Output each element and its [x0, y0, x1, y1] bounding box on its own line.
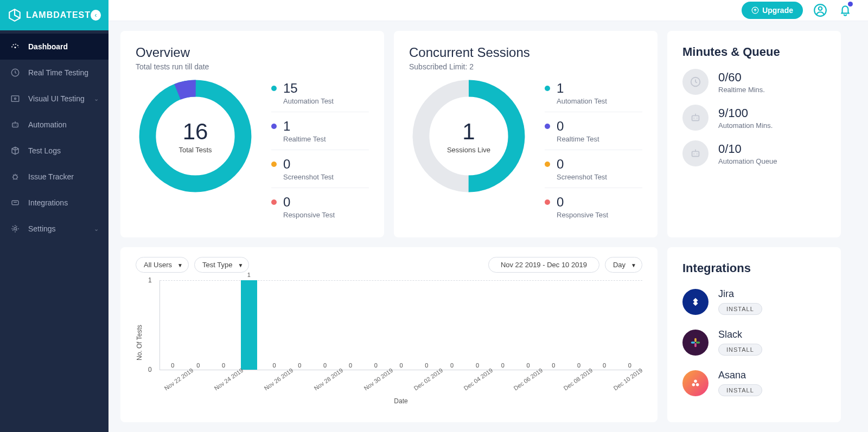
brand-logo[interactable]: LAMBDATEST: [8, 8, 91, 22]
concurrent-card: Concurrent Sessions Subscribed Limit: 2 …: [394, 31, 658, 237]
stat-dot: [271, 199, 277, 205]
stat-label: Automation Test: [557, 97, 642, 105]
mq-value: 9/100: [718, 106, 773, 120]
chart-bar-column: 1: [236, 280, 261, 370]
collapse-sidebar-button[interactable]: ‹: [91, 10, 101, 21]
filter-test-type-select[interactable]: Test Type▼: [194, 257, 249, 273]
stat-item: 1Automation Test: [545, 78, 642, 112]
install-button[interactable]: INSTALL: [718, 303, 762, 315]
svg-rect-4: [12, 123, 18, 127]
notifications-button[interactable]: [838, 3, 853, 18]
svg-point-12: [819, 7, 822, 11]
sidebar-item-integrations[interactable]: Integrations: [0, 190, 108, 216]
svg-point-19: [693, 118, 694, 119]
concurrent-title: Concurrent Sessions: [409, 45, 642, 60]
stat-value: 0: [557, 195, 564, 210]
minutes-queue-item: 0/60Realtime Mins.: [682, 69, 826, 95]
chart-bar: 1: [241, 280, 257, 370]
mq-value: 0/10: [718, 142, 777, 156]
sidebar-item-label: Settings: [28, 224, 56, 233]
stat-value: 0: [557, 119, 564, 134]
robot-icon: [10, 119, 21, 130]
svg-point-9: [14, 228, 17, 230]
stat-label: Screenshot Test: [557, 173, 642, 181]
chevron-down-icon: ▼: [631, 262, 636, 268]
sidebar-item-label: Dashboard: [28, 42, 68, 51]
concurrent-value: 1: [462, 119, 475, 145]
stat-item: 0Screenshot Test: [271, 153, 369, 188]
robot-icon: [682, 105, 709, 131]
sidebar-item-label: Test Logs: [28, 146, 61, 155]
chevron-down-icon: ⌄: [94, 95, 99, 102]
main: Upgrade Overview Total tests run till da…: [108, 0, 868, 432]
bar-value-label: 0: [603, 362, 606, 369]
chart-bar-column: 0: [160, 280, 186, 370]
granularity-select[interactable]: Day▼: [605, 257, 642, 273]
clock-icon: [682, 69, 709, 95]
svg-point-28: [694, 379, 697, 383]
chart-bar-column: 0: [490, 280, 515, 370]
profile-button[interactable]: [813, 3, 828, 18]
bar-value-label: 0: [400, 362, 403, 369]
chart-bar-column: 0: [617, 280, 642, 370]
integration-name: Jira: [718, 288, 762, 300]
svg-point-3: [15, 98, 16, 100]
upgrade-label: Upgrade: [762, 6, 793, 15]
chart-ytick: 0: [148, 366, 152, 373]
sidebar-item-label: Automation: [28, 120, 67, 129]
chart-ylabel: No. Of Tests: [136, 280, 143, 405]
sidebar-item-issue-tracker[interactable]: Issue Tracker: [0, 164, 108, 190]
date-range-label: Nov 22 2019 - Dec 10 2019: [501, 261, 587, 269]
user-icon: [813, 3, 827, 17]
sidebar-item-automation[interactable]: Automation: [0, 112, 108, 138]
bar-value-label: 0: [476, 362, 479, 369]
sidebar-item-test-logs[interactable]: Test Logs: [0, 138, 108, 164]
svg-point-0: [15, 47, 16, 48]
chart-bar-column: 0: [592, 280, 617, 370]
svg-rect-18: [692, 115, 699, 120]
clock-icon: [10, 67, 21, 78]
stat-item: 0Realtime Test: [545, 115, 642, 150]
bug-icon: [10, 171, 21, 182]
bar-value-label: 0: [171, 362, 174, 369]
gauge-icon: [10, 41, 21, 52]
overview-total-value: 16: [183, 119, 208, 145]
concurrent-subtitle: Subscribed Limit: 2: [409, 62, 642, 71]
bar-value-label: 0: [450, 362, 454, 369]
granularity-label: Day: [613, 261, 626, 269]
svg-point-5: [14, 125, 15, 126]
integrations-card: Integrations JiraINSTALLSlackINSTALLAsan…: [667, 247, 841, 422]
chart-bar-column: 0: [465, 280, 490, 370]
chart-bar-column: 0: [211, 280, 237, 370]
stat-value: 0: [283, 195, 290, 210]
svg-rect-24: [694, 338, 697, 341]
install-button[interactable]: INSTALL: [718, 384, 762, 396]
minutes-queue-item: 0/10Automation Queue: [682, 140, 826, 166]
chart-bar-column: 0: [338, 280, 363, 370]
concurrent-label: Sessions Live: [447, 146, 490, 154]
sidebar-item-settings[interactable]: Settings⌄: [0, 216, 108, 242]
sidebar-item-visual-ui-testing[interactable]: Visual UI Testing⌄: [0, 86, 108, 112]
svg-rect-21: [692, 151, 699, 156]
sidebar-item-label: Visual UI Testing: [28, 94, 85, 103]
chart-bar-column: 0: [541, 280, 566, 370]
svg-rect-27: [696, 341, 700, 344]
filter-users-select[interactable]: All Users▼: [136, 257, 189, 273]
sidebar-item-real-time-testing[interactable]: Real Time Testing: [0, 60, 108, 86]
date-range-select[interactable]: Nov 22 2019 - Dec 10 2019: [488, 257, 599, 273]
stat-dot: [545, 162, 550, 167]
chart-bar-column: 0: [439, 280, 465, 370]
sidebar: LAMBDATEST ‹ DashboardReal Time TestingV…: [0, 0, 108, 432]
overview-donut: 16 Total Tests: [136, 76, 255, 196]
integration-name: Asana: [718, 370, 762, 381]
minutes-queue-card: Minutes & Queue 0/60Realtime Mins.9/100A…: [667, 31, 841, 237]
robot-icon: [682, 140, 709, 166]
sidebar-item-dashboard[interactable]: Dashboard: [0, 34, 108, 60]
svg-point-30: [696, 383, 699, 386]
install-button[interactable]: INSTALL: [718, 344, 762, 356]
chevron-down-icon: ▼: [238, 262, 244, 268]
stat-value: 1: [283, 119, 290, 134]
upgrade-button[interactable]: Upgrade: [742, 2, 803, 19]
stat-dot: [545, 199, 550, 205]
chart-bar-column: 0: [261, 280, 287, 370]
